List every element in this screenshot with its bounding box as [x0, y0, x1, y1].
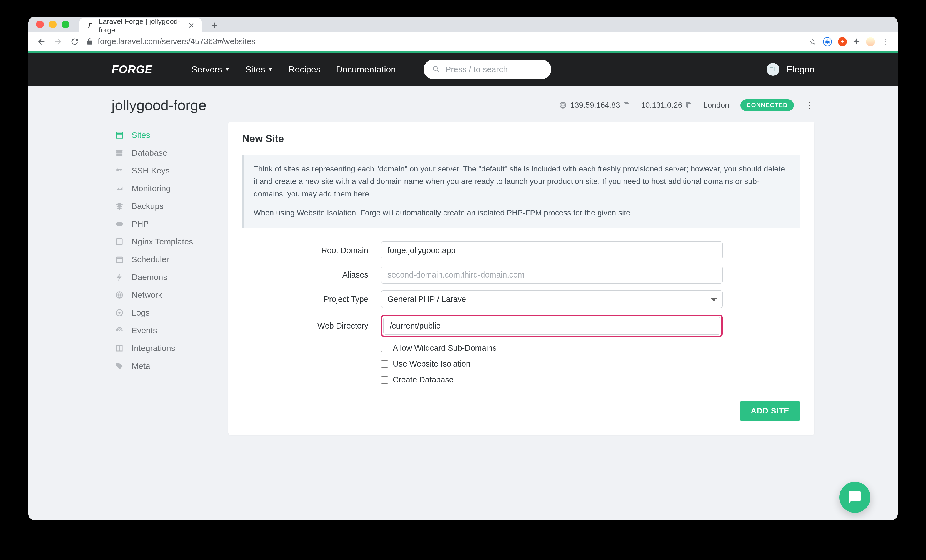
tag-icon: [114, 361, 125, 371]
reload-icon[interactable]: [70, 37, 79, 46]
row-wildcard: Allow Wildcard Sub-Domains: [242, 344, 800, 353]
star-icon[interactable]: ☆: [809, 36, 817, 47]
server-menu-icon[interactable]: ⋮: [805, 100, 814, 111]
extension-2-icon[interactable]: +: [838, 37, 847, 46]
content-row: Sites Database SSH Keys Monitoring Backu…: [112, 122, 814, 435]
bolt-icon: [114, 272, 125, 282]
layers-icon: [114, 201, 125, 211]
aliases-input[interactable]: [381, 266, 723, 284]
sidebar-item-scheduler[interactable]: Scheduler: [112, 251, 217, 268]
button-row: ADD SITE: [242, 401, 800, 421]
app-topbar: FORGE Servers▼ Sites▼ Recipes Documentat…: [28, 53, 898, 86]
sidebar-item-nginx-templates[interactable]: Nginx Templates: [112, 233, 217, 251]
sidebar-item-logs[interactable]: Logs: [112, 304, 217, 322]
create-db-checkbox-label[interactable]: Create Database: [381, 375, 454, 384]
highlight-web-directory: [381, 315, 723, 337]
layout-icon: [114, 130, 125, 140]
nav-documentation[interactable]: Documentation: [336, 64, 396, 75]
label-web-directory: Web Directory: [242, 322, 381, 331]
public-ip: 139.59.164.83: [559, 101, 630, 110]
info-box: Think of sites as representing each "dom…: [242, 155, 800, 228]
svg-rect-1: [117, 152, 123, 154]
chevron-down-icon: ▼: [268, 66, 273, 72]
add-site-button[interactable]: ADD SITE: [740, 401, 800, 421]
new-tab-button[interactable]: +: [212, 20, 218, 31]
avatar: EL: [767, 63, 779, 76]
logo[interactable]: FORGE: [112, 63, 153, 76]
row-aliases: Aliases: [242, 266, 800, 284]
tab-strip: F Laravel Forge | jollygood-forge ✕ +: [28, 17, 898, 32]
minimize-window-button[interactable]: [49, 21, 57, 28]
maximize-window-button[interactable]: [62, 21, 70, 28]
logs-icon: [114, 308, 125, 318]
row-create-db: Create Database: [242, 375, 800, 384]
chart-icon: [114, 183, 125, 193]
info-text-2: When using Website Isolation, Forge will…: [254, 207, 790, 219]
profile-avatar-icon[interactable]: [866, 37, 875, 46]
user-menu[interactable]: EL Elegon: [767, 63, 814, 76]
book-icon: [114, 343, 125, 353]
forward-icon: [53, 37, 63, 46]
globe-icon: [114, 290, 125, 300]
browser-actions: ☆ ◉ + ✦ ⋮: [809, 36, 889, 47]
create-db-checkbox[interactable]: [381, 376, 388, 383]
sidebar-item-php[interactable]: PHP: [112, 215, 217, 233]
url-text: forge.laravel.com/servers/457363#/websit…: [98, 37, 255, 46]
sidebar-item-meta[interactable]: Meta: [112, 357, 217, 375]
sidebar-item-sites[interactable]: Sites: [112, 126, 217, 144]
sidebar-item-integrations[interactable]: Integrations: [112, 340, 217, 357]
nav-servers[interactable]: Servers▼: [191, 64, 230, 75]
close-window-button[interactable]: [36, 21, 44, 28]
globe-icon: [559, 101, 567, 109]
back-icon[interactable]: [37, 37, 46, 46]
sidebar-item-daemons[interactable]: Daemons: [112, 268, 217, 286]
browser-menu-icon[interactable]: ⋮: [881, 37, 889, 46]
isolation-checkbox[interactable]: [381, 361, 388, 368]
sidebar-item-events[interactable]: Events: [112, 322, 217, 340]
copy-icon[interactable]: [623, 102, 630, 109]
region: London: [703, 101, 729, 110]
svg-point-3: [116, 222, 123, 226]
broadcast-icon: [114, 326, 125, 335]
isolation-checkbox-label[interactable]: Use Website Isolation: [381, 359, 471, 368]
template-icon: [114, 237, 125, 247]
svg-point-8: [118, 312, 121, 314]
url-field[interactable]: forge.laravel.com/servers/457363#/websit…: [86, 37, 802, 46]
wildcard-checkbox[interactable]: [381, 345, 388, 352]
row-web-directory: Web Directory: [242, 315, 800, 337]
svg-rect-2: [117, 154, 123, 155]
nav-sites[interactable]: Sites▼: [245, 64, 273, 75]
browser-tab[interactable]: F Laravel Forge | jollygood-forge ✕: [79, 18, 202, 33]
sidebar: Sites Database SSH Keys Monitoring Backu…: [112, 122, 217, 375]
browser-window: F Laravel Forge | jollygood-forge ✕ + fo…: [28, 17, 898, 520]
sidebar-item-ssh-keys[interactable]: SSH Keys: [112, 162, 217, 180]
new-site-card: New Site Think of sites as representing …: [228, 122, 814, 435]
search-placeholder: Press / to search: [445, 65, 508, 74]
page-body: jollygood-forge 139.59.164.83 10.131.0.2…: [28, 86, 898, 520]
help-fab[interactable]: [839, 482, 870, 513]
server-name: jollygood-forge: [112, 97, 206, 113]
sidebar-item-monitoring[interactable]: Monitoring: [112, 180, 217, 197]
copy-icon[interactable]: [685, 102, 692, 109]
search-input[interactable]: Press / to search: [424, 60, 551, 79]
database-icon: [114, 148, 125, 158]
web-directory-input[interactable]: [383, 317, 720, 335]
sidebar-item-database[interactable]: Database: [112, 144, 217, 162]
row-isolation: Use Website Isolation: [242, 359, 800, 368]
lock-icon: [86, 38, 93, 45]
extensions-icon[interactable]: ✦: [853, 37, 860, 46]
main-nav: Servers▼ Sites▼ Recipes Documentation: [191, 64, 396, 75]
project-type-select[interactable]: General PHP / Laravel: [381, 290, 723, 308]
sidebar-item-backups[interactable]: Backups: [112, 197, 217, 215]
favicon-icon: F: [87, 22, 94, 30]
nav-icons: [37, 37, 79, 46]
extension-1-icon[interactable]: ◉: [823, 37, 832, 46]
wildcard-checkbox-label[interactable]: Allow Wildcard Sub-Domains: [381, 344, 496, 353]
sidebar-item-network[interactable]: Network: [112, 286, 217, 304]
status-badge: CONNECTED: [740, 100, 794, 111]
close-tab-icon[interactable]: ✕: [188, 22, 194, 30]
chevron-down-icon: ▼: [225, 66, 230, 72]
nav-recipes[interactable]: Recipes: [288, 64, 321, 75]
info-text-1: Think of sites as representing each "dom…: [254, 163, 790, 200]
root-domain-input[interactable]: [381, 242, 723, 259]
